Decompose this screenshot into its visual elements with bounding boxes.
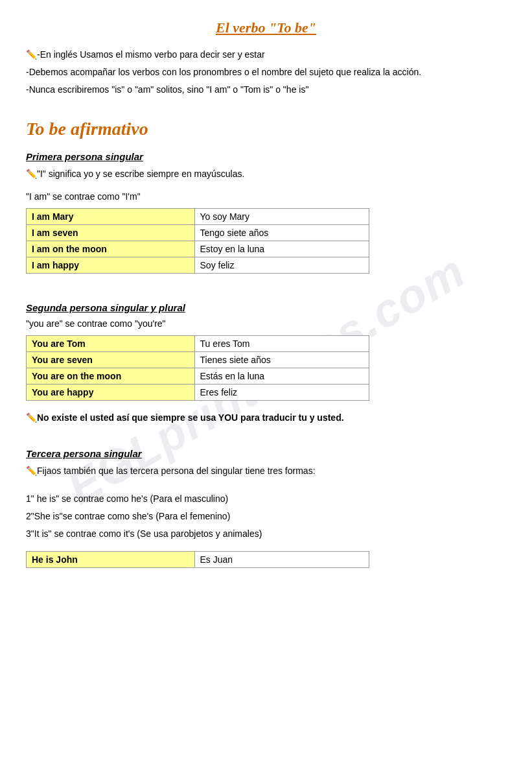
intro-line2: -Debemos acompañar los verbos con los pr…	[26, 65, 506, 79]
english-cell: You are on the moon	[27, 368, 195, 385]
segunda-persona-table: You are TomTu eres TomYou are sevenTiene…	[26, 335, 369, 401]
table-row: He is JohnEs Juan	[27, 552, 369, 568]
affirmative-title: To be afirmativo	[26, 119, 506, 139]
spanish-cell: Eres feliz	[194, 385, 369, 401]
english-cell: I am seven	[27, 225, 195, 241]
intro-line1: ✏️-En inglés Usamos el mismo verbo para …	[26, 48, 506, 62]
tercera-persona-header: Tercera persona singular	[26, 448, 506, 459]
primera-persona-header: Primera persona singular	[26, 151, 506, 162]
intro-line3: -Nunca escribiremos "is" o "am" solitos,…	[26, 83, 506, 97]
table-row: I am MaryYo soy Mary	[27, 209, 369, 225]
spanish-cell: Yo soy Mary	[194, 209, 369, 225]
table-row: I am happySoy feliz	[27, 257, 369, 274]
english-cell: You are happy	[27, 385, 195, 401]
tercera-persona-note: ✏️Fijaos también que las tercera persona…	[26, 464, 506, 478]
table-row: I am sevenTengo siete años	[27, 225, 369, 241]
tercera-persona-form: 1" he is" se contrae como he's (Para el …	[26, 492, 506, 506]
spanish-cell: Estás en la luna	[194, 368, 369, 385]
primera-persona-contraction: "I am" se contrae como "I'm"	[26, 191, 506, 202]
table-row: You are happyEres feliz	[27, 385, 369, 401]
tercera-persona-form: 2"She is"se contrae como she's (Para el …	[26, 510, 506, 523]
tercera-persona-table: He is JohnEs Juan	[26, 551, 369, 568]
english-cell: I am on the moon	[27, 241, 195, 257]
table-row: I am on the moonEstoy en la luna	[27, 241, 369, 257]
spanish-cell: Estoy en la luna	[194, 241, 369, 257]
spanish-cell: Tienes siete años	[194, 352, 369, 368]
english-cell: I am Mary	[27, 209, 195, 225]
spanish-cell: Soy feliz	[194, 257, 369, 274]
table-row: You are TomTu eres Tom	[27, 336, 369, 352]
english-cell: He is John	[27, 552, 195, 568]
spanish-cell: Es Juan	[194, 552, 369, 568]
tercera-persona-form: 3"It is" se contrae como it's (Se usa pa…	[26, 527, 506, 541]
table-row: You are on the moonEstás en la luna	[27, 368, 369, 385]
primera-persona-note1: ✏️"I" significa yo y se escribe siempre …	[26, 167, 506, 181]
page-title: El verbo "To be"	[26, 19, 506, 36]
english-cell: You are Tom	[27, 336, 195, 352]
primera-persona-table: I am MaryYo soy MaryI am sevenTengo siet…	[26, 208, 369, 274]
spanish-cell: Tu eres Tom	[194, 336, 369, 352]
english-cell: You are seven	[27, 352, 195, 368]
segunda-persona-header: Segunda persona singular y plural	[26, 302, 506, 313]
spanish-cell: Tengo siete años	[194, 225, 369, 241]
table-row: You are sevenTienes siete años	[27, 352, 369, 368]
segunda-persona-contraction: "you are" se contrae como "you're"	[26, 318, 506, 329]
tercera-persona-forms: 1" he is" se contrae como he's (Para el …	[26, 492, 506, 541]
segunda-persona-note: ✏️No existe el usted así que siempre se …	[26, 411, 506, 425]
english-cell: I am happy	[27, 257, 195, 274]
